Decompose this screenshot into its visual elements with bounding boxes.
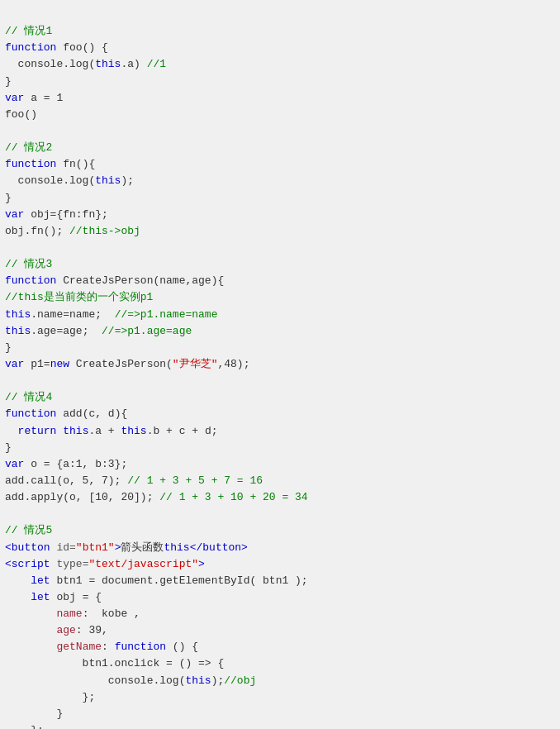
comment-1: // 情况1 bbox=[5, 25, 52, 37]
code-editor: // 情况1 function foo() { console.log(this… bbox=[5, 7, 555, 729]
kw-function-1: function bbox=[5, 41, 56, 54]
